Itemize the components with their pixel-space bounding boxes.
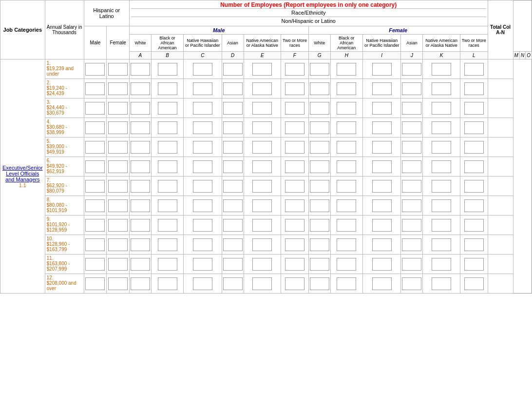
- input-K-9[interactable]: [372, 219, 392, 232]
- input-M-1[interactable]: [432, 63, 451, 76]
- input-A-2[interactable]: [85, 82, 105, 95]
- input-F-9[interactable]: [223, 219, 243, 232]
- input-K-4[interactable]: [372, 121, 392, 134]
- input-F-10[interactable]: [223, 238, 243, 251]
- input-E-7[interactable]: [193, 180, 212, 193]
- input-L-3[interactable]: [402, 102, 421, 115]
- input-L-4[interactable]: [402, 121, 421, 134]
- input-L-10[interactable]: [402, 238, 421, 251]
- input-L-9[interactable]: [402, 219, 421, 232]
- input-A-9[interactable]: [85, 219, 105, 232]
- input-D-11[interactable]: [158, 258, 177, 271]
- input-G-9[interactable]: [252, 219, 272, 232]
- input-B-6[interactable]: [108, 160, 128, 173]
- input-G-1[interactable]: [252, 63, 272, 76]
- input-A-12[interactable]: [85, 277, 105, 290]
- input-B-7[interactable]: [108, 180, 128, 193]
- input-H-4[interactable]: [285, 121, 304, 134]
- input-M-2[interactable]: [432, 82, 451, 95]
- input-A-7[interactable]: [85, 180, 105, 193]
- input-I-10[interactable]: [310, 238, 329, 251]
- input-A-11[interactable]: [85, 258, 105, 271]
- input-F-3[interactable]: [223, 102, 243, 115]
- input-E-9[interactable]: [193, 219, 212, 232]
- input-N-11[interactable]: [464, 258, 484, 271]
- input-J-6[interactable]: [337, 160, 356, 173]
- input-K-3[interactable]: [372, 102, 392, 115]
- input-N-8[interactable]: [464, 199, 484, 212]
- input-B-3[interactable]: [108, 102, 128, 115]
- input-F-2[interactable]: [223, 82, 243, 95]
- input-A-10[interactable]: [85, 238, 105, 251]
- input-G-6[interactable]: [252, 160, 272, 173]
- input-B-8[interactable]: [108, 199, 128, 212]
- input-E-5[interactable]: [193, 141, 212, 154]
- input-J-7[interactable]: [337, 180, 356, 193]
- input-F-1[interactable]: [223, 63, 243, 76]
- input-G-5[interactable]: [252, 141, 272, 154]
- input-D-4[interactable]: [158, 121, 177, 134]
- input-J-5[interactable]: [337, 141, 356, 154]
- input-M-9[interactable]: [432, 219, 451, 232]
- input-H-1[interactable]: [285, 63, 304, 76]
- input-K-2[interactable]: [372, 82, 392, 95]
- input-K-7[interactable]: [372, 180, 392, 193]
- input-E-2[interactable]: [193, 82, 212, 95]
- input-D-12[interactable]: [158, 277, 177, 290]
- input-G-7[interactable]: [252, 180, 272, 193]
- input-N-5[interactable]: [464, 141, 484, 154]
- input-I-9[interactable]: [310, 219, 329, 232]
- input-K-6[interactable]: [372, 160, 392, 173]
- input-F-12[interactable]: [223, 277, 243, 290]
- input-B-4[interactable]: [108, 121, 128, 134]
- input-H-2[interactable]: [285, 82, 304, 95]
- input-J-10[interactable]: [337, 238, 356, 251]
- input-I-2[interactable]: [310, 82, 329, 95]
- input-B-2[interactable]: [108, 82, 128, 95]
- input-N-10[interactable]: [464, 238, 484, 251]
- input-G-4[interactable]: [252, 121, 272, 134]
- input-F-7[interactable]: [223, 180, 243, 193]
- input-L-7[interactable]: [402, 180, 421, 193]
- input-M-10[interactable]: [432, 238, 451, 251]
- input-N-1[interactable]: [464, 63, 484, 76]
- input-M-11[interactable]: [432, 258, 451, 271]
- input-E-8[interactable]: [193, 199, 212, 212]
- input-C-5[interactable]: [131, 141, 150, 154]
- input-A-8[interactable]: [85, 199, 105, 212]
- input-M-7[interactable]: [432, 180, 451, 193]
- input-C-7[interactable]: [131, 180, 150, 193]
- input-F-6[interactable]: [223, 160, 243, 173]
- input-C-2[interactable]: [131, 82, 150, 95]
- input-G-2[interactable]: [252, 82, 272, 95]
- input-L-1[interactable]: [402, 63, 421, 76]
- input-J-12[interactable]: [337, 277, 356, 290]
- input-E-10[interactable]: [193, 238, 212, 251]
- input-H-5[interactable]: [285, 141, 304, 154]
- input-A-3[interactable]: [85, 102, 105, 115]
- input-M-3[interactable]: [432, 102, 451, 115]
- input-H-3[interactable]: [285, 102, 304, 115]
- input-M-12[interactable]: [432, 277, 451, 290]
- input-B-5[interactable]: [108, 141, 128, 154]
- input-K-12[interactable]: [372, 277, 392, 290]
- input-J-3[interactable]: [337, 102, 356, 115]
- input-G-10[interactable]: [252, 238, 272, 251]
- input-G-3[interactable]: [252, 102, 272, 115]
- input-N-6[interactable]: [464, 160, 484, 173]
- input-N-3[interactable]: [464, 102, 484, 115]
- input-C-11[interactable]: [131, 258, 150, 271]
- input-E-4[interactable]: [193, 121, 212, 134]
- input-C-4[interactable]: [131, 121, 150, 134]
- input-C-10[interactable]: [131, 238, 150, 251]
- input-J-11[interactable]: [337, 258, 356, 271]
- input-B-11[interactable]: [108, 258, 128, 271]
- input-A-6[interactable]: [85, 160, 105, 173]
- input-G-11[interactable]: [252, 258, 272, 271]
- input-I-5[interactable]: [310, 141, 329, 154]
- input-D-5[interactable]: [158, 141, 177, 154]
- input-C-8[interactable]: [131, 199, 150, 212]
- input-M-5[interactable]: [432, 141, 451, 154]
- input-M-4[interactable]: [432, 121, 451, 134]
- input-H-11[interactable]: [285, 258, 304, 271]
